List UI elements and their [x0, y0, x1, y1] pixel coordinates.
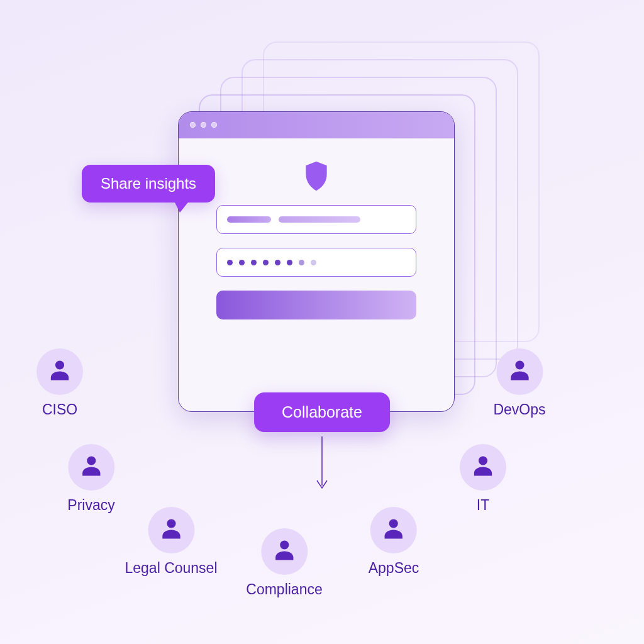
role-label: Legal Counsel [125, 560, 217, 577]
role-label: DevOps [493, 401, 545, 418]
placeholder-bar [227, 216, 271, 223]
collaborate-label: Collaborate [282, 403, 362, 421]
collaborate-button[interactable]: Collaborate [254, 392, 390, 432]
avatar [148, 507, 194, 553]
share-insights-bubble: Share insights [82, 165, 215, 203]
role-it: IT [460, 444, 506, 514]
avatar [460, 444, 506, 491]
role-label: Compliance [246, 581, 322, 598]
password-input[interactable] [216, 248, 416, 277]
person-icon [472, 454, 494, 480]
role-label: Privacy [67, 497, 114, 514]
avatar [261, 528, 308, 575]
window-body [179, 138, 454, 319]
password-mask-icon [227, 260, 316, 265]
role-label: AppSec [369, 560, 419, 577]
arrow-down-icon [315, 436, 329, 492]
avatar [36, 348, 83, 395]
person-icon [509, 358, 530, 385]
avatar [496, 348, 543, 395]
window-dot-icon [190, 122, 196, 128]
person-icon [80, 454, 102, 480]
app-window [178, 111, 455, 412]
role-label: CISO [42, 401, 77, 418]
window-dot-icon [201, 122, 206, 128]
role-privacy: Privacy [67, 444, 114, 514]
username-input[interactable] [216, 205, 416, 234]
role-devops: DevOps [493, 348, 545, 418]
person-icon [274, 538, 295, 565]
avatar [370, 507, 417, 553]
window-dot-icon [211, 122, 217, 128]
diagram-stage: Share insights Collaborate CISOPrivacyLe… [0, 0, 644, 644]
shield-icon [304, 161, 329, 191]
submit-button[interactable] [216, 291, 416, 319]
role-legal: Legal Counsel [125, 507, 217, 577]
person-icon [160, 517, 182, 543]
person-icon [49, 358, 70, 385]
placeholder-bar [279, 216, 360, 223]
role-appsec: AppSec [369, 507, 419, 577]
person-icon [383, 517, 404, 543]
avatar [68, 444, 114, 491]
window-titlebar [179, 112, 454, 138]
bubble-label: Share insights [101, 175, 196, 192]
role-label: IT [477, 497, 489, 514]
role-comp: Compliance [246, 528, 322, 598]
role-ciso: CISO [36, 348, 83, 418]
